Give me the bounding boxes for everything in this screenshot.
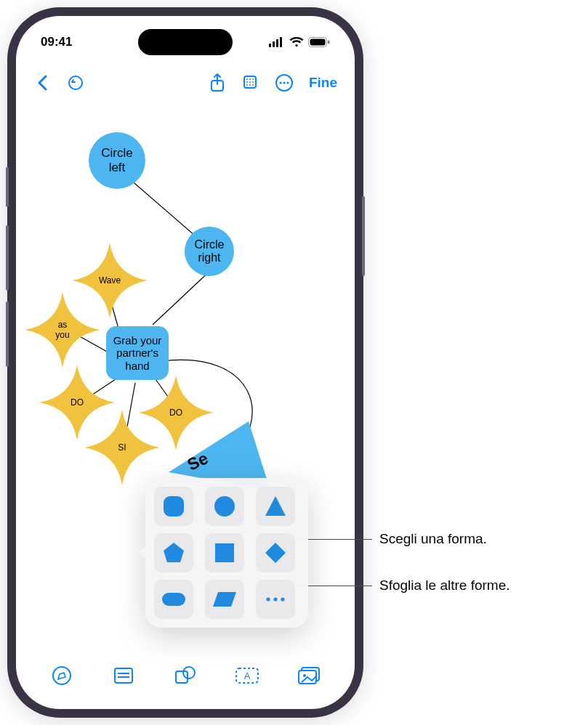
svg-rect-5	[310, 39, 326, 46]
svg-line-24	[153, 269, 212, 325]
node-star-si[interactable]: SI	[83, 408, 161, 487]
svg-point-17	[249, 84, 251, 86]
svg-rect-1	[273, 41, 275, 47]
svg-point-39	[266, 597, 270, 601]
undo-button[interactable]	[63, 70, 89, 96]
rounded-square-icon	[163, 495, 185, 517]
pentagon-icon	[163, 542, 185, 564]
callout-choose-shape: Scegli una forma.	[379, 531, 487, 547]
shape-square[interactable]	[205, 533, 244, 572]
svg-point-18	[252, 84, 254, 86]
node-label: Circle right	[195, 238, 225, 265]
grid-doc-icon	[242, 74, 259, 92]
svg-point-12	[252, 78, 254, 80]
dynamic-island	[138, 29, 233, 55]
svg-point-16	[246, 84, 248, 86]
svg-rect-43	[115, 668, 132, 683]
parallelogram-icon	[212, 591, 237, 607]
media-tool[interactable]	[296, 663, 322, 689]
pill-icon	[161, 592, 186, 607]
iphone-chassis: 09:41	[7, 7, 363, 718]
svg-point-42	[53, 667, 71, 684]
svg-point-22	[286, 81, 289, 84]
svg-rect-2	[276, 39, 278, 47]
sticky-note-icon	[113, 667, 134, 684]
svg-marker-38	[213, 592, 236, 607]
svg-rect-35	[215, 543, 234, 562]
done-button[interactable]: Fine	[305, 75, 342, 91]
svg-point-32	[214, 496, 235, 517]
svg-rect-3	[280, 37, 282, 47]
node-label: Wave	[99, 275, 121, 285]
pen-circle-icon	[52, 665, 72, 686]
svg-rect-6	[328, 41, 330, 44]
svg-marker-34	[164, 543, 184, 562]
more-button[interactable]	[271, 70, 297, 96]
circle-icon	[214, 495, 235, 517]
svg-marker-33	[265, 496, 286, 516]
node-label: Grab your partner's hand	[113, 334, 162, 372]
back-button[interactable]	[29, 70, 55, 96]
node-label: Circle left	[101, 146, 132, 174]
svg-rect-0	[269, 44, 271, 47]
wifi-icon	[289, 37, 304, 47]
mute-switch	[6, 167, 9, 207]
node-circle-left[interactable]: Circle left	[89, 132, 145, 189]
svg-point-11	[249, 78, 251, 80]
svg-point-14	[249, 81, 251, 83]
top-toolbar: Fine	[16, 67, 355, 99]
shape-circle[interactable]	[205, 487, 244, 526]
shape-triangle[interactable]	[256, 487, 295, 526]
callout-browse-shapes: Sfoglia le altre forme.	[379, 578, 510, 594]
svg-text:A: A	[244, 671, 251, 681]
bottom-toolbar: A	[16, 658, 355, 693]
node-label: DO	[71, 397, 84, 408]
svg-point-21	[283, 81, 285, 84]
shape-diamond[interactable]	[256, 533, 295, 572]
cellular-icon	[269, 37, 285, 47]
svg-point-41	[281, 597, 284, 601]
status-right	[269, 37, 330, 47]
shapes-tool[interactable]	[172, 663, 198, 689]
shape-parallelogram[interactable]	[205, 580, 244, 619]
screen: 09:41	[16, 16, 355, 709]
shape-pentagon[interactable]	[154, 533, 193, 572]
text-box-icon: A	[235, 667, 259, 684]
node-circle-right[interactable]: Circle right	[185, 227, 234, 276]
shape-rounded-square[interactable]	[154, 487, 193, 526]
svg-point-20	[279, 81, 281, 84]
share-button[interactable]	[204, 70, 230, 96]
side-button	[362, 196, 365, 276]
svg-rect-31	[164, 496, 184, 517]
battery-icon	[308, 37, 330, 47]
ellipsis-circle-icon	[275, 73, 294, 92]
svg-point-10	[246, 78, 248, 80]
photos-icon	[297, 666, 321, 685]
svg-point-40	[273, 597, 277, 601]
svg-point-47	[183, 667, 195, 679]
boards-button[interactable]	[238, 70, 264, 96]
node-label: DO	[169, 408, 182, 418]
note-tool[interactable]	[110, 663, 137, 689]
svg-point-15	[252, 81, 254, 83]
status-time: 09:41	[41, 35, 72, 49]
undo-icon	[67, 74, 84, 92]
triangle-icon	[265, 495, 286, 517]
share-icon	[210, 73, 225, 92]
shapes-icon	[174, 665, 196, 686]
svg-line-23	[130, 179, 201, 241]
node-star-asyou[interactable]: as you	[23, 291, 102, 369]
square-icon	[214, 542, 235, 564]
svg-point-13	[246, 81, 248, 83]
shape-more[interactable]	[256, 580, 295, 619]
volume-down-button	[6, 301, 9, 367]
chevron-left-icon	[37, 75, 47, 91]
svg-point-7	[69, 76, 82, 89]
text-tool[interactable]: A	[234, 663, 260, 689]
popup-pointer	[139, 546, 146, 560]
pen-tool[interactable]	[49, 663, 75, 689]
svg-marker-36	[265, 543, 286, 563]
diamond-icon	[265, 542, 286, 564]
shape-picker-popup	[145, 478, 308, 628]
shape-pill[interactable]	[154, 580, 193, 619]
